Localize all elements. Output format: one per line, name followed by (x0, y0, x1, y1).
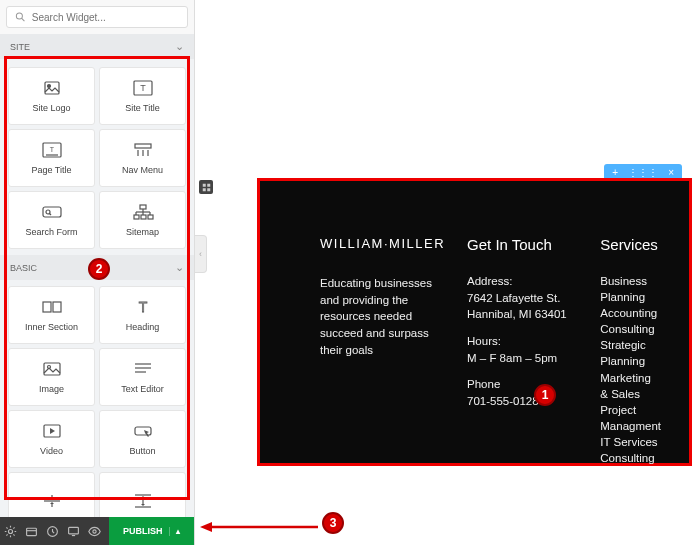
widget-nav-menu[interactable]: Nav Menu (99, 129, 186, 187)
svg-rect-25 (43, 302, 51, 312)
svg-rect-50 (69, 527, 79, 534)
footer-service-item: Marketing & Sales (600, 370, 661, 402)
site-title-icon: T (132, 79, 154, 97)
svg-rect-19 (148, 215, 153, 219)
svg-rect-28 (44, 363, 60, 375)
widget-spacer[interactable] (99, 472, 186, 517)
publish-caret-icon[interactable]: ▴ (169, 527, 180, 536)
nav-menu-icon (132, 141, 154, 159)
image-icon (41, 360, 63, 378)
footer-hours-label: Hours: (467, 333, 578, 350)
footer-service-item: Consulting (600, 450, 661, 466)
widget-search-form[interactable]: Search Form (8, 191, 95, 249)
widget-inner-section[interactable]: Inner Section (8, 286, 95, 344)
svg-marker-44 (141, 496, 145, 498)
widget-label: Image (39, 384, 64, 394)
svg-rect-17 (134, 215, 139, 219)
svg-rect-9 (135, 144, 151, 148)
footer-col-services: Services Business PlanningAccountingCons… (600, 236, 661, 443)
widget-page-title[interactable]: TPage Title (8, 129, 95, 187)
footer-col-contact: Get In Touch Address: 7642 Lafayette St.… (467, 236, 578, 443)
inner-section-icon (41, 298, 63, 316)
svg-line-15 (49, 214, 51, 216)
bottom-toolbar: PUBLISH ▴ (0, 517, 194, 545)
widget-label: Text Editor (121, 384, 164, 394)
video-icon (41, 422, 63, 440)
svg-rect-47 (27, 528, 37, 535)
footer-phone: 701-555-0128 (467, 393, 578, 410)
svg-rect-54 (207, 183, 210, 186)
svg-rect-26 (53, 302, 61, 312)
chevron-down-icon: ⌄ (175, 261, 184, 274)
footer-col-about: WILLIAM·MILLER Educating businesses and … (320, 236, 445, 443)
widget-label: Video (40, 446, 63, 456)
widget-label: Button (129, 446, 155, 456)
footer-address1: 7642 Lafayette St. (467, 290, 578, 307)
annotation-badge-2: 2 (88, 258, 110, 280)
edit-grip-icon[interactable]: ⋮⋮⋮ (628, 167, 658, 178)
responsive-icon[interactable] (67, 524, 80, 538)
footer-phone-label: Phone (467, 376, 578, 393)
footer-service-item: Project Managment (600, 402, 661, 434)
svg-text:T: T (138, 299, 147, 315)
widget-label: Site Logo (32, 103, 70, 113)
divider-icon (41, 492, 63, 510)
preview-icon[interactable] (88, 524, 101, 538)
footer-about-text: Educating businesses and providing the r… (320, 275, 445, 358)
edit-close-icon[interactable]: × (668, 167, 674, 178)
widget-heading[interactable]: THeading (99, 286, 186, 344)
section-site-header[interactable]: SITE ⌄ (0, 34, 194, 59)
spacer-icon (132, 492, 154, 510)
section-site-label: SITE (10, 42, 30, 52)
publish-button[interactable]: PUBLISH ▴ (109, 517, 194, 545)
editor-canvas: ‹ + ⋮⋮⋮ × WILLIAM·MILLER Educating busin… (195, 0, 700, 545)
revisions-icon[interactable] (25, 524, 38, 538)
widget-label: Inner Section (25, 322, 78, 332)
widget-site-title[interactable]: TSite Title (99, 67, 186, 125)
svg-rect-53 (202, 183, 205, 186)
site-logo-icon (41, 79, 63, 97)
svg-marker-40 (50, 502, 54, 504)
svg-point-46 (8, 529, 12, 533)
svg-marker-58 (200, 522, 212, 532)
svg-point-3 (47, 85, 50, 88)
footer-contact-title: Get In Touch (467, 236, 578, 253)
widget-button[interactable]: Button (99, 410, 186, 468)
footer-address2: Hannibal, MI 63401 (467, 306, 578, 323)
annotation-badge-3: 3 (322, 512, 344, 534)
footer-section[interactable]: WILLIAM·MILLER Educating businesses and … (257, 178, 692, 466)
publish-label: PUBLISH (123, 526, 163, 536)
svg-rect-55 (202, 188, 205, 191)
widget-divider[interactable] (8, 472, 95, 517)
sitemap-icon (132, 203, 154, 221)
history-icon[interactable] (46, 524, 59, 538)
widget-label: Page Title (31, 165, 71, 175)
svg-text:T: T (49, 146, 54, 153)
widget-text-editor[interactable]: Text Editor (99, 348, 186, 406)
footer-service-item: IT Services (600, 434, 661, 450)
search-box (0, 0, 194, 34)
svg-rect-56 (207, 188, 210, 191)
edit-plus-icon[interactable]: + (612, 167, 618, 178)
widget-site-logo[interactable]: Site Logo (8, 67, 95, 125)
annotation-arrow-3 (200, 519, 320, 531)
svg-marker-45 (141, 504, 145, 506)
widget-video[interactable]: Video (8, 410, 95, 468)
widget-sitemap[interactable]: Sitemap (99, 191, 186, 249)
svg-point-14 (46, 210, 50, 214)
search-widget-input[interactable] (32, 12, 179, 23)
svg-rect-2 (45, 82, 59, 94)
widget-image[interactable]: Image (8, 348, 95, 406)
footer-services-title: Services (600, 236, 661, 253)
search-icon (15, 11, 26, 23)
svg-marker-34 (50, 428, 55, 434)
section-edit-handle[interactable] (199, 180, 213, 194)
svg-point-52 (93, 529, 96, 532)
settings-icon[interactable] (4, 524, 17, 538)
svg-rect-16 (140, 205, 146, 209)
svg-rect-18 (141, 215, 146, 219)
widget-label: Nav Menu (122, 165, 163, 175)
svg-line-1 (22, 18, 25, 21)
widget-label: Search Form (25, 227, 77, 237)
collapse-sidebar-handle[interactable]: ‹ (195, 235, 207, 273)
